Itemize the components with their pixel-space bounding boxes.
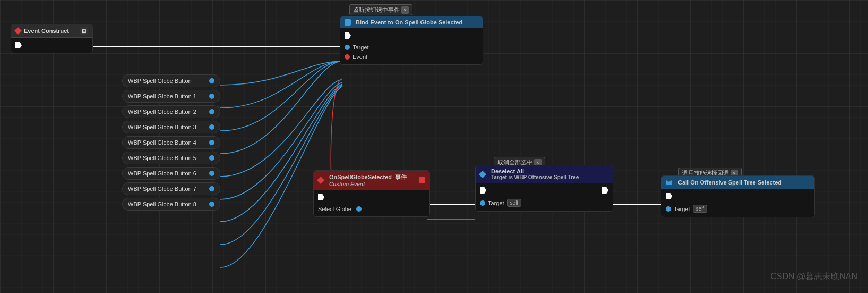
deselect-target-pin[interactable] [480, 200, 485, 206]
deselect-self-badge: self [507, 199, 522, 207]
on-spell-header-text: OnSpellGlobeSelected_事件 Custom Event [329, 173, 407, 187]
bind-event-title: Bind Event to On Spell Globe Selected [356, 19, 462, 26]
wbp-button-6-label: WBP Spell Globe Button 6 [128, 170, 196, 177]
deselect-target-label: Target [488, 200, 504, 206]
call-offensive-title: Call On Offensive Spell Tree Selected [678, 179, 781, 186]
wbp-button-8: WBP Spell Globe Button 8 [122, 198, 220, 211]
wbp-button-5-pin[interactable] [209, 155, 214, 161]
wbp-button-2-label: WBP Spell Globe Button 2 [128, 108, 196, 115]
wbp-button-7-label: WBP Spell Globe Button 7 [128, 186, 196, 192]
bind-event-exec-out[interactable] [345, 32, 351, 39]
on-spell-select-globe-pin[interactable] [356, 206, 362, 212]
deselect-exec-out[interactable] [602, 187, 608, 194]
call-offensive-node: Call On Offensive Spell Tree Selected Ta… [661, 175, 815, 217]
wbp-button-1-label: WBP Spell Globe Button 1 [128, 93, 196, 99]
on-spell-red-badge [419, 177, 425, 183]
wbp-button-3-label: WBP Spell Globe Button 3 [128, 124, 196, 130]
event-construct-exec-row [15, 40, 88, 50]
bind-event-icon [345, 19, 351, 26]
wbp-button-3-pin[interactable] [209, 124, 214, 130]
deselect-target-row: Target self [480, 197, 608, 208]
on-spell-header: OnSpellGlobeSelected_事件 Custom Event [314, 171, 429, 190]
wbp-button-0: WBP Spell Globe Button [122, 74, 220, 87]
bind-event-target-pin[interactable] [345, 45, 350, 50]
on-spell-diamond [317, 177, 324, 184]
call-offensive-self-badge: self [693, 205, 708, 213]
wbp-button-4-pin[interactable] [209, 140, 214, 145]
on-spell-select-globe-row: Select Globe [318, 204, 425, 214]
on-spell-node: OnSpellGlobeSelected_事件 Custom Event Sel… [313, 170, 430, 217]
bind-event-event-row: Event [345, 52, 478, 62]
bind-event-target-label: Target [353, 44, 369, 51]
deselect-title: Deselect All [491, 168, 579, 174]
wbp-button-8-label: WBP Spell Globe Button 8 [128, 201, 196, 207]
wbp-button-0-label: WBP Spell Globe Button [128, 78, 192, 84]
listen-button-badge-close[interactable]: × [401, 6, 409, 14]
deselect-exec-in[interactable] [480, 187, 486, 194]
wbp-button-2: WBP Spell Globe Button 2 [122, 105, 220, 118]
exec-output-pin[interactable] [15, 42, 22, 48]
bind-event-exec-row [345, 31, 478, 40]
bind-event-target-row: Target [345, 43, 478, 52]
bind-event-body: Target Event [340, 28, 483, 64]
wbp-button-6-pin[interactable] [209, 171, 214, 176]
on-spell-title: OnSpellGlobeSelected_事件 [329, 173, 407, 181]
on-spell-subtitle: Custom Event [329, 181, 407, 187]
call-offensive-mail-icon [666, 180, 672, 185]
call-offensive-target-row: Target self [666, 203, 810, 214]
deselect-exec-row [480, 186, 608, 195]
bind-event-node: Bind Event to On Spell Globe Selected Ta… [340, 16, 483, 65]
call-offensive-exec-out-header [804, 179, 810, 186]
deselect-header: Deselect All Target is WBP Offensive Spe… [476, 165, 613, 183]
bind-event-event-label: Event [353, 54, 367, 60]
event-construct-body [11, 38, 92, 53]
wbp-button-3: WBP Spell Globe Button 3 [122, 121, 220, 133]
deselect-subtitle: Target is WBP Offensive Spell Tree [491, 174, 579, 180]
wbp-button-1: WBP Spell Globe Button 1 [122, 90, 220, 103]
wbp-button-7: WBP Spell Globe Button 7 [122, 182, 220, 195]
wbp-button-4-label: WBP Spell Globe Button 4 [128, 139, 196, 146]
wbp-button-list: WBP Spell Globe Button WBP Spell Globe B… [122, 74, 220, 211]
on-spell-exec-out[interactable] [318, 194, 324, 200]
deselect-body: Target self [476, 183, 613, 211]
wbp-button-7-pin[interactable] [209, 186, 214, 191]
on-spell-select-globe-label: Select Globe [318, 206, 351, 212]
deselect-header-text: Deselect All Target is WBP Offensive Spe… [491, 168, 579, 180]
watermark: CSDN @暮志未晚NAN [770, 271, 857, 282]
bind-event-event-pin[interactable] [345, 54, 350, 60]
wbp-button-4: WBP Spell Globe Button 4 [122, 136, 220, 149]
call-offensive-exec-row [666, 191, 810, 201]
call-offensive-exec-in[interactable] [666, 193, 672, 199]
wbp-button-2-pin[interactable] [209, 109, 214, 114]
event-construct-icon: ⊞ [80, 27, 88, 35]
wbp-button-8-pin[interactable] [209, 202, 214, 207]
call-offensive-target-label: Target [674, 206, 690, 212]
on-spell-body: Select Globe [314, 190, 429, 216]
wbp-button-0-pin[interactable] [209, 78, 214, 83]
event-construct-header: Event Construct ⊞ [11, 24, 92, 38]
wbp-button-6: WBP Spell Globe Button 6 [122, 167, 220, 180]
call-offensive-exec-pin-header[interactable] [804, 179, 810, 185]
watermark-text: CSDN @暮志未晚NAN [770, 272, 857, 281]
diamond-icon [14, 27, 22, 35]
deselect-node: Deselect All Target is WBP Offensive Spe… [475, 165, 613, 212]
listen-button-badge-text: 监听按钮选中事件 [353, 6, 400, 14]
event-construct-node: Event Construct ⊞ [11, 24, 93, 53]
event-construct-title: Event Construct [24, 28, 69, 34]
call-offensive-target-pin[interactable] [666, 206, 671, 212]
wbp-button-5: WBP Spell Globe Button 5 [122, 152, 220, 164]
call-offensive-header: Call On Offensive Spell Tree Selected [661, 176, 814, 189]
wbp-button-1-pin[interactable] [209, 94, 214, 99]
call-offensive-body: Target self [661, 189, 814, 217]
listen-button-badge: 监听按钮选中事件 × [349, 4, 412, 15]
bind-event-header: Bind Event to On Spell Globe Selected [340, 16, 483, 28]
wbp-button-5-label: WBP Spell Globe Button 5 [128, 155, 196, 161]
on-spell-exec-row [318, 192, 425, 202]
deselect-diamond [479, 170, 486, 178]
